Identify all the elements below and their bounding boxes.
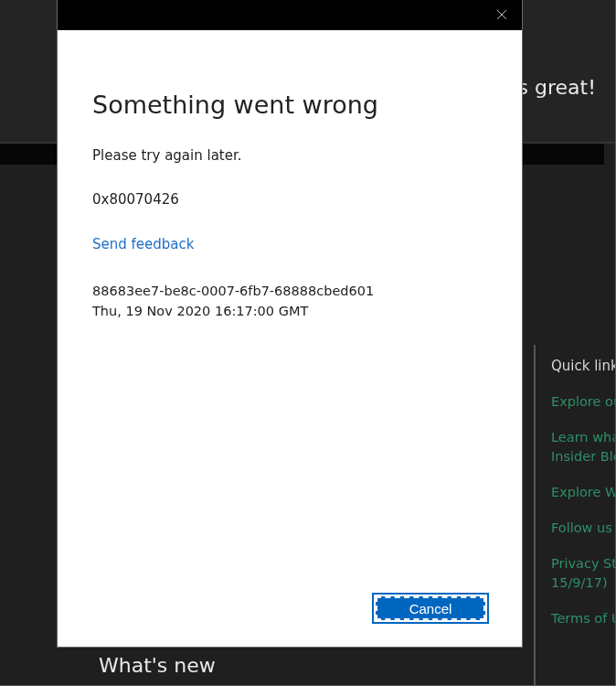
send-feedback-link[interactable]: Send feedback — [92, 236, 194, 252]
quick-link[interactable]: Explore our — [551, 392, 616, 412]
quick-link[interactable]: Privacy Stat15/9/17) — [551, 554, 616, 593]
error-message: Please try again later. — [92, 147, 487, 164]
quick-links-heading: Quick links — [551, 358, 616, 374]
whats-new-heading: What's new — [99, 654, 216, 677]
quick-links-panel: Quick links Explore our Learn what'Insid… — [534, 345, 616, 686]
dialog-body: Something went wrong Please try again la… — [58, 30, 522, 353]
close-icon — [496, 6, 507, 24]
quick-link[interactable]: Terms of Us — [551, 609, 616, 628]
error-code: 0x80070426 — [92, 191, 487, 208]
cancel-button[interactable]: Cancel — [374, 595, 487, 622]
quick-link[interactable]: Learn what'Insider Blog — [551, 428, 616, 466]
dialog-titlebar — [58, 0, 522, 30]
error-title: Something went wrong — [92, 91, 487, 119]
bg-heading-fragment: s great! — [518, 76, 596, 99]
quick-link[interactable]: Explore Wir — [551, 483, 616, 502]
error-timestamp: Thu, 19 Nov 2020 16:17:00 GMT — [92, 304, 487, 318]
error-guid: 88683ee7-be8c-0007-6fb7-68888cbed601 — [92, 284, 487, 298]
close-button[interactable] — [481, 0, 522, 30]
quick-link[interactable]: Follow us o — [551, 519, 616, 538]
error-dialog: Something went wrong Please try again la… — [58, 0, 522, 647]
